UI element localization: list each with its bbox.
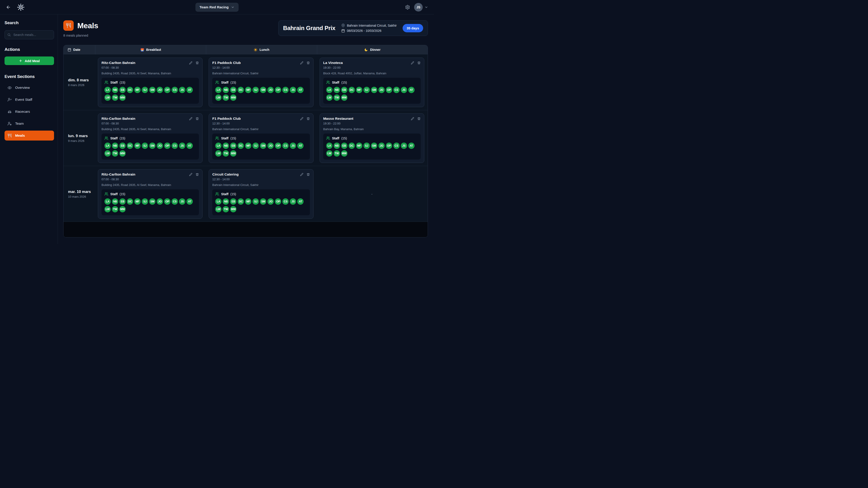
date-cell: lun. 9 mars 9 mars 2026 bbox=[64, 110, 95, 166]
delete-icon[interactable] bbox=[307, 61, 310, 65]
staff-avatar: SM bbox=[260, 142, 266, 149]
user-avatar: JS bbox=[414, 3, 423, 11]
meal-address: Building 2435, Road 2835, Al Seef, Manam… bbox=[101, 127, 199, 131]
meal-card[interactable]: La Vinoteca 19:30 - 22:00 Block 428, Roa… bbox=[320, 58, 424, 107]
add-meal-button[interactable]: Add Meal bbox=[4, 57, 54, 65]
meal-card[interactable]: Masso Restaurant 19:30 - 22:00 Bahrain B… bbox=[320, 113, 424, 163]
meal-name: Ritz-Carlton Bahrain bbox=[101, 117, 135, 121]
staff-users-icon bbox=[104, 136, 108, 140]
staff-users-icon bbox=[326, 136, 330, 140]
meal-card[interactable]: Ritz-Carlton Bahrain 07:00 - 08:30 Build… bbox=[98, 113, 203, 163]
staff-avatars: LANBEBDCMFSJSMJOOPCSJSATLWTWMW bbox=[326, 87, 418, 101]
staff-avatar: DC bbox=[127, 198, 133, 205]
back-button[interactable] bbox=[6, 5, 11, 10]
staff-avatar: JS bbox=[290, 198, 296, 205]
staff-avatar: NB bbox=[112, 142, 118, 149]
meal-address: Bahrain International Circuit, Sakhir bbox=[212, 72, 310, 75]
user-menu[interactable]: JS bbox=[414, 3, 428, 11]
staff-avatar: LW bbox=[215, 94, 221, 101]
edit-icon[interactable] bbox=[300, 117, 303, 121]
edit-icon[interactable] bbox=[411, 61, 414, 65]
meal-card[interactable]: F1 Paddock Club 12:30 - 14:00 Bahrain In… bbox=[209, 58, 313, 107]
sidebar-item-team[interactable]: Team bbox=[4, 119, 54, 129]
main-content: Meals 8 meals planned Bahrain Grand Prix… bbox=[58, 14, 434, 244]
date-cell: mar. 10 mars 10 mars 2026 bbox=[64, 166, 95, 222]
staff-count: (15) bbox=[120, 192, 125, 196]
edit-icon[interactable] bbox=[189, 117, 192, 121]
meal-time: 07:00 - 08:30 bbox=[101, 66, 135, 69]
staff-avatar: MW bbox=[119, 150, 126, 157]
meal-name: Ritz-Carlton Bahrain bbox=[101, 61, 135, 65]
delete-icon[interactable] bbox=[417, 117, 421, 121]
staff-avatar: LW bbox=[104, 94, 111, 101]
staff-avatar: DC bbox=[348, 87, 355, 93]
sidebar-item-overview[interactable]: Overview bbox=[4, 83, 54, 93]
meal-address: Bahrain International Circuit, Sakhir bbox=[212, 127, 310, 131]
meal-card[interactable]: Ritz-Carlton Bahrain 07:00 - 08:30 Build… bbox=[98, 58, 203, 107]
edit-icon[interactable] bbox=[411, 117, 414, 121]
event-location: Bahrain International Circuit, Sakhir bbox=[347, 24, 397, 27]
staff-avatar: MW bbox=[230, 206, 237, 213]
edit-icon[interactable] bbox=[300, 173, 303, 176]
delete-icon[interactable] bbox=[417, 61, 421, 65]
edit-icon[interactable] bbox=[300, 61, 303, 65]
staff-avatar: SJ bbox=[364, 142, 370, 149]
staff-avatar: EB bbox=[230, 87, 237, 93]
meal-card[interactable]: Circuit Catering 12:30 - 14:00 Bahrain I… bbox=[209, 169, 313, 219]
date-cell: dim. 8 mars 8 mars 2026 bbox=[64, 55, 95, 110]
staff-avatar: JO bbox=[378, 87, 385, 93]
edit-icon[interactable] bbox=[189, 173, 192, 176]
delete-icon[interactable] bbox=[307, 117, 310, 121]
meal-card[interactable]: F1 Paddock Club 12:30 - 14:00 Bahrain In… bbox=[209, 113, 313, 163]
staff-avatar: JS bbox=[179, 198, 185, 205]
staff-avatar: MW bbox=[341, 94, 347, 101]
staff-avatar: SM bbox=[371, 142, 377, 149]
staff-avatar: SJ bbox=[252, 198, 259, 205]
staff-avatar: AT bbox=[408, 87, 414, 93]
delete-icon[interactable] bbox=[195, 173, 199, 176]
delete-icon[interactable] bbox=[195, 61, 199, 65]
team-selector[interactable]: Team Red Racing bbox=[195, 3, 239, 12]
calendar-icon bbox=[68, 48, 71, 52]
meal-time: 19:30 - 22:00 bbox=[323, 66, 343, 69]
staff-count: (15) bbox=[230, 136, 236, 140]
staff-avatar: MW bbox=[119, 206, 126, 213]
staff-avatar: AT bbox=[186, 87, 193, 93]
staff-avatar: EB bbox=[230, 142, 237, 149]
staff-avatar: LW bbox=[326, 150, 333, 157]
sidebar-item-meals[interactable]: Meals bbox=[4, 131, 54, 140]
staff-avatar: AT bbox=[186, 142, 193, 149]
delete-icon[interactable] bbox=[307, 173, 310, 176]
sidebar-item-racecars[interactable]: Racecars bbox=[4, 107, 54, 117]
staff-avatar: NB bbox=[223, 87, 229, 93]
staff-avatar: AT bbox=[408, 142, 414, 149]
meal-card[interactable]: Ritz-Carlton Bahrain 07:00 - 08:30 Build… bbox=[98, 169, 203, 219]
staff-avatar: MW bbox=[341, 150, 347, 157]
settings-button[interactable] bbox=[405, 5, 410, 10]
staff-avatar: DC bbox=[238, 87, 244, 93]
staff-avatar: DC bbox=[127, 142, 133, 149]
staff-avatar: LA bbox=[326, 87, 333, 93]
staff-panel: Staff (15) LANBEBDCMFSJSMJOOPCSJSATLWTWM… bbox=[212, 78, 310, 104]
meals-page-icon bbox=[63, 20, 74, 31]
meal-address: Block 428, Road 4002, Juffair, Manama, B… bbox=[323, 72, 421, 75]
meal-address: Bahrain Bay, Manama, Bahrain bbox=[323, 127, 421, 131]
sidebar: Search Actions Add Meal Event Sections O… bbox=[0, 14, 58, 244]
staff-avatar: MF bbox=[134, 87, 141, 93]
staff-avatar: JO bbox=[268, 142, 274, 149]
staff-avatars: LANBEBDCMFSJSMJOOPCSJSATLWTWMW bbox=[215, 198, 307, 213]
staff-avatar: SJ bbox=[142, 142, 148, 149]
plus-icon bbox=[19, 59, 22, 63]
staff-avatar: TW bbox=[223, 206, 229, 213]
staff-count: (15) bbox=[230, 80, 236, 84]
staff-count: (15) bbox=[341, 136, 347, 140]
edit-icon[interactable] bbox=[189, 61, 192, 65]
moon-icon bbox=[364, 48, 368, 52]
staff-avatar: SJ bbox=[252, 142, 259, 149]
staff-count: (15) bbox=[120, 80, 125, 84]
delete-icon[interactable] bbox=[195, 117, 199, 121]
utensils-icon bbox=[7, 133, 12, 138]
search-input[interactable] bbox=[4, 30, 54, 39]
staff-avatar: OP bbox=[275, 87, 281, 93]
sidebar-item-event-staff[interactable]: Event Staff bbox=[4, 95, 54, 105]
